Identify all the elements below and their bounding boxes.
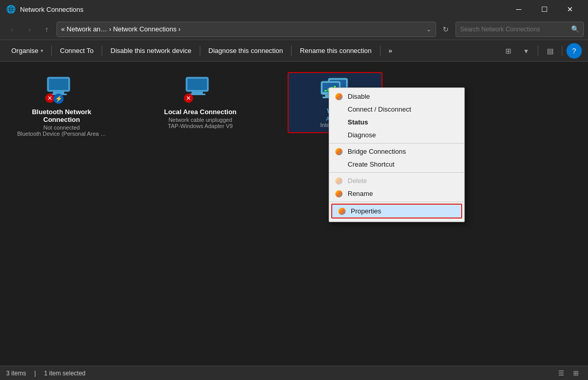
- toolbar-separator-2: [102, 46, 102, 56]
- context-menu-item-properties-label: Properties: [351, 207, 381, 215]
- title-bar: 🌐 Network Connections ─ ☐ ✕: [0, 0, 588, 19]
- context-menu-item-rename[interactable]: Rename: [329, 187, 464, 200]
- svg-rect-1: [49, 79, 68, 90]
- connect-to-label: Connect To: [60, 47, 94, 55]
- more-button[interactable]: »: [384, 43, 397, 59]
- nav-bar: ‹ › ↑ « Network an… › Network Connection…: [0, 19, 588, 40]
- diagnose-button[interactable]: Diagnose this connection: [203, 43, 288, 59]
- context-menu-item-diagnose[interactable]: Diagnose: [329, 129, 464, 141]
- item-selected: 1 item selected: [44, 370, 86, 377]
- context-menu-separator-3: [329, 202, 464, 202]
- rename-button[interactable]: Rename this connection: [295, 43, 376, 59]
- context-menu-item-create-shortcut-label: Create Shortcut: [348, 160, 394, 168]
- app-title: Network Connections: [20, 6, 84, 13]
- title-bar-left: 🌐 Network Connections: [6, 5, 84, 14]
- toolbar-separator-5: [380, 46, 381, 56]
- help-button[interactable]: ?: [566, 43, 582, 59]
- status-view-grid-button[interactable]: ⊞: [570, 368, 582, 379]
- delete-shield-icon: [334, 176, 344, 186]
- context-menu-separator-2: [329, 172, 464, 173]
- lan-connection-adapter: TAP-Windows Adapter V9: [168, 123, 233, 129]
- context-menu-item-properties[interactable]: Properties: [331, 204, 462, 219]
- rename-label: Rename this connection: [300, 47, 371, 55]
- disable-shield-icon: [334, 92, 344, 101]
- toolbar-right: ⊞ ▾ ▤ ?: [501, 43, 582, 59]
- bridge-shield-icon: [334, 147, 344, 156]
- address-text: « Network an… › Network Connections ›: [61, 25, 424, 33]
- forward-button[interactable]: ›: [22, 22, 37, 37]
- status-info: 3 items | 1 item selected: [6, 370, 86, 377]
- context-menu-separator-1: [329, 143, 464, 143]
- search-icon: 🔍: [571, 25, 579, 33]
- context-menu-item-disable[interactable]: Disable: [329, 90, 464, 103]
- search-bar[interactable]: 🔍: [456, 22, 584, 37]
- svg-rect-5: [187, 79, 207, 90]
- context-menu-item-disable-label: Disable: [348, 93, 370, 100]
- context-menu-item-connect-label: Connect / Disconnect: [348, 105, 411, 113]
- context-menu: Disable Connect / Disconnect Status Diag…: [329, 87, 465, 222]
- toolbar-separator-3: [200, 46, 200, 56]
- context-menu-item-connect[interactable]: Connect / Disconnect: [329, 103, 464, 116]
- context-menu-item-status[interactable]: Status: [329, 116, 464, 129]
- context-menu-item-delete-label: Delete: [348, 177, 367, 185]
- toolbar-separator-7: [562, 46, 562, 56]
- item-count: 3 items: [6, 370, 26, 377]
- context-menu-item-create-shortcut[interactable]: Create Shortcut: [329, 158, 464, 171]
- disable-label: Disable this network device: [110, 47, 192, 55]
- context-menu-item-bridge-label: Bridge Connections: [348, 148, 406, 155]
- lan-icon-wrapper: ✕: [184, 76, 217, 104]
- maximize-button[interactable]: ☐: [533, 0, 556, 19]
- svg-rect-14: [325, 90, 327, 92]
- close-button[interactable]: ✕: [558, 0, 582, 19]
- address-chevron-icon: ⌄: [426, 26, 431, 33]
- context-menu-item-status-label: Status: [348, 118, 368, 126]
- refresh-button[interactable]: ↻: [438, 22, 453, 37]
- main-content: ✕ ⚡ Bluetooth Network Connection Not con…: [0, 62, 588, 365]
- window-controls: ─ ☐ ✕: [507, 0, 582, 19]
- bluetooth-badge: ⚡: [53, 94, 64, 104]
- context-menu-item-delete: Delete: [329, 174, 464, 187]
- organise-button[interactable]: Organise ▾: [6, 43, 48, 59]
- lan-status-badge-x: ✕: [184, 94, 193, 103]
- diagnose-label: Diagnose this connection: [208, 47, 283, 55]
- organise-label: Organise: [11, 47, 39, 55]
- lan-connection-name: Local Area Connection: [164, 108, 236, 116]
- organise-chevron-icon: ▾: [41, 48, 43, 53]
- toolbar-separator-4: [291, 46, 292, 56]
- bluetooth-icon-wrapper: ✕ ⚡: [45, 76, 78, 104]
- bluetooth-connection-status: Not connected: [44, 124, 80, 131]
- connect-to-button[interactable]: Connect To: [55, 43, 99, 59]
- context-menu-item-bridge[interactable]: Bridge Connections: [329, 145, 464, 158]
- view-toggle-button[interactable]: ⊞: [501, 43, 516, 59]
- status-view-controls: ☰ ⊞: [555, 368, 582, 379]
- pane-toggle-button[interactable]: ▤: [542, 43, 558, 59]
- toolbar: Organise ▾ Connect To Disable this netwo…: [0, 40, 588, 62]
- svg-rect-6: [192, 92, 203, 94]
- context-menu-item-diagnose-label: Diagnose: [348, 131, 376, 139]
- bluetooth-connection-adapter: Bluetooth Device (Personal Area …: [17, 131, 106, 137]
- more-label: »: [389, 47, 392, 55]
- properties-shield-icon: [337, 207, 347, 216]
- status-separator: |: [34, 370, 36, 377]
- context-menu-item-rename-label: Rename: [348, 190, 373, 197]
- view-chevron-button[interactable]: ▾: [518, 43, 534, 59]
- lan-connection-status: Network cable unplugged: [168, 117, 232, 123]
- address-bar[interactable]: « Network an… › Network Connections › ⌄: [56, 22, 436, 37]
- bluetooth-connection-name: Bluetooth Network Connection: [14, 108, 109, 123]
- rename-shield-icon: [334, 189, 344, 198]
- search-input[interactable]: [460, 26, 568, 33]
- status-bar: 3 items | 1 item selected ☰ ⊞: [0, 366, 588, 380]
- status-view-list-button[interactable]: ☰: [555, 368, 567, 379]
- list-item[interactable]: ✕ Local Area Connection Network cable un…: [149, 72, 252, 133]
- up-button[interactable]: ↑: [39, 22, 54, 37]
- toolbar-separator-6: [538, 46, 538, 56]
- list-item[interactable]: ✕ ⚡ Bluetooth Network Connection Not con…: [10, 72, 113, 141]
- app-icon: 🌐: [6, 5, 16, 14]
- disable-network-button[interactable]: Disable this network device: [105, 43, 197, 59]
- toolbar-separator-1: [51, 46, 52, 56]
- minimize-button[interactable]: ─: [507, 0, 530, 19]
- back-button[interactable]: ‹: [4, 22, 20, 37]
